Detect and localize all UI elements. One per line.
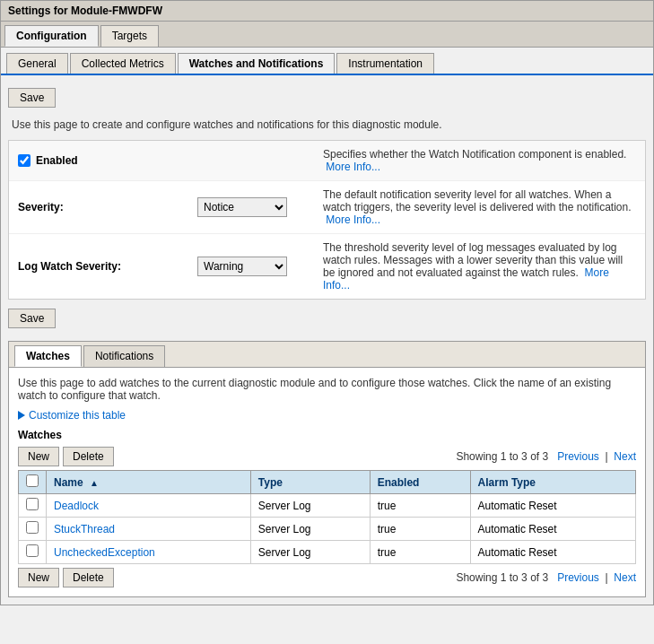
top-tab-bar: Configuration Targets (1, 22, 653, 48)
inner-tab-notifications[interactable]: Notifications (83, 345, 165, 367)
log-watch-severity-row: Log Watch Severity: Notice Warning Error… (9, 234, 645, 299)
tab-instrumentation[interactable]: Instrumentation (336, 53, 434, 74)
enabled-more-info-link[interactable]: More Info... (326, 161, 380, 173)
row-alarm-type-1: Automatic Reset (470, 518, 635, 541)
page-description: Use this page to create and configure wa… (8, 113, 646, 136)
tab-watches-notifications[interactable]: Watches and Notifications (178, 53, 336, 74)
severity-control: Notice Warning Error Critical (197, 197, 305, 217)
row-checkbox-input-2[interactable] (26, 544, 39, 557)
pagination-bottom: Showing 1 to 3 of 3 Previous | Next (456, 571, 636, 584)
enabled-row: Enabled Specifies whether the Watch Noti… (9, 141, 645, 181)
inner-tab-watches[interactable]: Watches (14, 345, 82, 367)
previous-link-bottom[interactable]: Previous (557, 571, 599, 584)
col-checkbox (19, 471, 47, 494)
row-checkbox-input-0[interactable] (26, 498, 39, 510)
row-alarm-type-0: Automatic Reset (470, 494, 635, 518)
row-type-2: Server Log (250, 541, 370, 564)
log-watch-severity-description: The threshold severity level of log mess… (305, 241, 636, 292)
severity-row: Severity: Notice Warning Error Critical … (9, 181, 645, 234)
row-name-1: StuckThread (47, 518, 251, 541)
tab-collected-metrics[interactable]: Collected Metrics (70, 53, 176, 74)
section-panel: Watches Notifications Use this page to a… (8, 341, 646, 597)
enabled-description: Specifies whether the Watch Notification… (305, 148, 636, 173)
row-name-link-2[interactable]: UncheckedException (54, 546, 155, 559)
triangle-icon (18, 411, 25, 420)
row-enabled-0: true (370, 494, 470, 518)
window-title: Settings for Module-FMWDFW (8, 4, 162, 17)
row-name-link-0[interactable]: Deadlock (54, 500, 99, 512)
save-button-bottom[interactable]: Save (8, 309, 56, 328)
severity-description: The default notification severity level … (305, 188, 636, 226)
table-header-row: Name ▲ Type Enabled Alarm Type (19, 471, 636, 494)
main-content: Save Use this page to create and configu… (1, 75, 653, 605)
delete-button-top[interactable]: Delete (63, 447, 114, 466)
toolbar-left-top: New Delete (18, 447, 114, 466)
row-type-1: Server Log (250, 518, 370, 541)
tab-configuration[interactable]: Configuration (4, 25, 99, 47)
table-row: UncheckedException Server Log true Autom… (19, 541, 636, 564)
row-name-link-1[interactable]: StuckThread (54, 523, 115, 535)
row-checkbox-1 (19, 518, 47, 541)
enabled-label: Enabled (18, 154, 197, 167)
secondary-tab-bar: General Collected Metrics Watches and No… (1, 48, 653, 75)
row-alarm-type-2: Automatic Reset (470, 541, 635, 564)
customize-link[interactable]: Customize this table (18, 409, 636, 422)
col-type[interactable]: Type (250, 471, 370, 494)
bottom-toolbar: New Delete Showing 1 to 3 of 3 Previous … (18, 568, 636, 587)
severity-more-info-link[interactable]: More Info... (326, 213, 380, 226)
watches-table: Name ▲ Type Enabled Alarm Type (18, 470, 636, 564)
new-button-top[interactable]: New (18, 447, 59, 466)
enabled-checkbox[interactable] (18, 154, 31, 167)
col-enabled[interactable]: Enabled (370, 471, 470, 494)
save-button-top[interactable]: Save (8, 88, 56, 108)
row-name-0: Deadlock (47, 494, 251, 518)
previous-link-top[interactable]: Previous (557, 450, 599, 463)
table-row: StuckThread Server Log true Automatic Re… (19, 518, 636, 541)
next-link-top[interactable]: Next (614, 450, 636, 463)
sort-icon: ▲ (90, 478, 99, 488)
log-watch-severity-label: Log Watch Severity: (18, 260, 197, 273)
inner-tab-bar: Watches Notifications (9, 342, 645, 368)
row-checkbox-input-1[interactable] (26, 521, 39, 534)
row-enabled-1: true (370, 518, 470, 541)
watches-description: Use this page to add watches to the curr… (18, 377, 636, 402)
inner-content: Use this page to add watches to the curr… (9, 368, 645, 596)
row-checkbox-0 (19, 494, 47, 518)
next-link-bottom[interactable]: Next (614, 571, 636, 584)
pagination-top: Showing 1 to 3 of 3 Previous | Next (456, 450, 636, 463)
severity-label: Severity: (18, 201, 197, 213)
settings-form: Enabled Specifies whether the Watch Noti… (8, 140, 646, 300)
top-toolbar: New Delete Showing 1 to 3 of 3 Previous … (18, 447, 636, 466)
toolbar-left-bottom: New Delete (18, 568, 114, 587)
col-alarm-type[interactable]: Alarm Type (470, 471, 635, 494)
row-checkbox-2 (19, 541, 47, 564)
row-enabled-2: true (370, 541, 470, 564)
col-name[interactable]: Name ▲ (47, 471, 251, 494)
tab-targets[interactable]: Targets (100, 25, 159, 47)
watches-section-label: Watches (18, 429, 636, 441)
row-name-2: UncheckedException (47, 541, 251, 564)
new-button-bottom[interactable]: New (18, 568, 59, 587)
table-row: Deadlock Server Log true Automatic Reset (19, 494, 636, 518)
log-watch-severity-select[interactable]: Notice Warning Error Critical (197, 257, 287, 276)
log-watch-severity-control: Notice Warning Error Critical (197, 257, 305, 276)
severity-select[interactable]: Notice Warning Error Critical (197, 197, 287, 217)
delete-button-bottom[interactable]: Delete (63, 568, 114, 587)
select-all-checkbox[interactable] (26, 474, 39, 487)
row-type-0: Server Log (250, 494, 370, 518)
main-window: Settings for Module-FMWDFW Configuration… (0, 0, 654, 605)
title-bar: Settings for Module-FMWDFW (1, 1, 653, 22)
tab-general[interactable]: General (6, 53, 68, 74)
enabled-checkbox-label: Enabled (18, 154, 197, 167)
